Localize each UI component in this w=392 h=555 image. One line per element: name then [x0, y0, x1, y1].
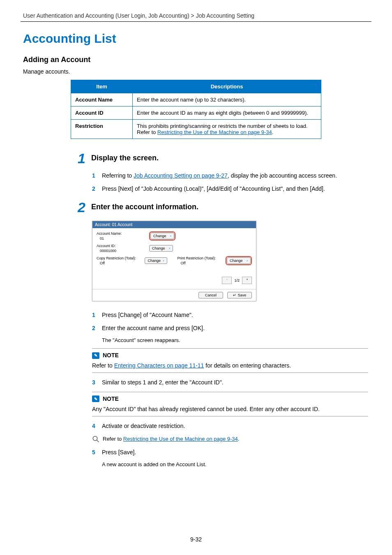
- step-number-2: 2: [74, 200, 85, 214]
- chevron-right-icon: ›: [247, 259, 248, 263]
- note-icon: [92, 352, 99, 359]
- page-number: 9-32: [0, 536, 392, 543]
- table-row: Account ID Enter the account ID as many …: [71, 106, 321, 120]
- chevron-right-icon: ›: [169, 246, 170, 250]
- note-text: Any "Account ID" that has already regist…: [92, 405, 368, 414]
- button-label: Change: [148, 259, 161, 263]
- print-restriction-value: Off: [181, 261, 222, 265]
- chevron-right-icon: ›: [163, 259, 164, 263]
- desc-text-post: .: [272, 129, 274, 135]
- change-print-restriction-button[interactable]: Change ›: [227, 257, 251, 264]
- account-id-value: 00001000: [100, 249, 146, 253]
- cancel-button[interactable]: Cancel: [198, 292, 223, 298]
- button-label: Change: [152, 246, 165, 250]
- enter-icon: ↵: [233, 293, 236, 297]
- substep-text: Press [Change] of "Account Name".: [102, 311, 193, 319]
- table-desc: Enter the account name (up to 32 charact…: [133, 93, 321, 106]
- account-name-value: 01: [100, 236, 146, 240]
- svg-line-1: [97, 440, 99, 442]
- step-label-1: Display the screen.: [91, 151, 159, 162]
- note-text: Refer to Entering Characters on page 11-…: [92, 361, 368, 370]
- substep-text: Similar to steps 1 and 2, enter the "Acc…: [102, 379, 224, 387]
- account-dialog: Account: 01 Account Account Name: 01 Cha…: [92, 221, 256, 301]
- ref-text: Refer to Restricting the Use of the Mach…: [103, 436, 239, 442]
- print-restriction-label: Print Restriction (Total):: [178, 256, 222, 260]
- info-table: Item Descriptions Account Name Enter the…: [71, 80, 321, 139]
- substep-num: 1: [92, 172, 98, 180]
- change-account-name-button[interactable]: Change ›: [150, 233, 174, 239]
- step-number-1: 1: [74, 151, 85, 165]
- substep-num: 4: [92, 422, 98, 430]
- substep-num: 2: [92, 185, 98, 193]
- substep-post: , display the job accounting access scre…: [228, 172, 337, 179]
- breadcrumb: User Authentication and Accounting (User…: [21, 12, 371, 19]
- highlight: Change ›: [226, 256, 252, 265]
- button-label: Change: [230, 259, 243, 263]
- restriction-link[interactable]: Restricting the Use of the Machine on pa…: [157, 129, 272, 135]
- substep-text: Activate or deactivate restriction.: [102, 422, 185, 430]
- change-account-id-button[interactable]: Change ›: [149, 245, 173, 252]
- dialog-titlebar: Account: 01 Account: [92, 221, 256, 228]
- ref-pre: Refer to: [103, 436, 123, 442]
- table-desc: This prohibits printing/scanning or rest…: [133, 120, 321, 139]
- substep-text: Referring to Job Accounting Setting on p…: [102, 172, 337, 180]
- button-label: Change: [153, 234, 166, 238]
- account-name-label: Account Name:: [97, 231, 146, 236]
- page-down-button[interactable]: ˅: [242, 277, 252, 284]
- job-accounting-link[interactable]: Job Accounting Setting on page 9-27: [134, 172, 228, 179]
- substep-num: 5: [92, 449, 98, 457]
- substep-num: 3: [92, 379, 98, 387]
- table-item: Account ID: [71, 106, 133, 120]
- button-label: Save: [238, 293, 247, 297]
- substep-note: The "Account" screen reappears.: [102, 337, 371, 343]
- page-indicator: 1/2: [234, 278, 240, 282]
- svg-point-0: [93, 436, 97, 441]
- magnifier-icon: [92, 435, 99, 443]
- table-header-desc: Descriptions: [133, 80, 321, 93]
- note-box: NOTE Any "Account ID" that has already r…: [92, 392, 368, 416]
- ref-post: .: [238, 436, 240, 442]
- note-pre: Refer to: [92, 362, 114, 369]
- highlight: Change ›: [149, 231, 175, 240]
- substep-num: 2: [92, 324, 98, 333]
- table-item: Restriction: [71, 120, 133, 139]
- page-title: Accounting List: [21, 32, 371, 46]
- note-box: NOTE Refer to Entering Characters on pag…: [92, 348, 368, 373]
- table-row: Account Name Enter the account name (up …: [71, 93, 321, 106]
- table-header-item: Item: [71, 80, 133, 93]
- substep-num: 1: [92, 311, 98, 319]
- substep-text: Press [Next] of "Job Accounting (Local)"…: [102, 185, 325, 193]
- chevron-up-icon: ˄: [226, 278, 228, 283]
- table-row: Restriction This prohibits printing/scan…: [71, 120, 321, 139]
- change-copy-restriction-button[interactable]: Change ›: [145, 257, 167, 264]
- table-item: Account Name: [71, 93, 133, 106]
- table-desc: Enter the account ID as many as eight di…: [133, 106, 321, 120]
- note-label: NOTE: [103, 351, 119, 360]
- substep-pre: Referring to: [102, 172, 134, 179]
- save-button[interactable]: ↵Save: [227, 292, 252, 298]
- account-id-label: Account ID:: [97, 244, 146, 248]
- substep-text: Press [Save].: [102, 449, 136, 457]
- substep-note: A new account is added on the Account Li…: [102, 461, 371, 467]
- page-up-button[interactable]: ˄: [222, 277, 232, 284]
- copy-restriction-value: Off: [100, 261, 141, 265]
- copy-restriction-label: Copy Restriction (Total):: [97, 256, 141, 260]
- substep-text: Enter the account name and press [OK].: [102, 324, 205, 333]
- restricting-use-link[interactable]: Restricting the Use of the Machine on pa…: [123, 436, 238, 442]
- entering-characters-link[interactable]: Entering Characters on page 11-11: [114, 362, 204, 369]
- header-divider: [21, 21, 371, 22]
- intro-text: Manage accounts.: [21, 68, 371, 75]
- note-label: NOTE: [103, 395, 119, 403]
- step-label-2: Enter the account information.: [91, 200, 198, 211]
- chevron-down-icon: ˅: [246, 278, 248, 283]
- chevron-right-icon: ›: [170, 234, 171, 238]
- subtitle: Adding an Account: [21, 56, 371, 64]
- note-post: for details on entering characters.: [204, 362, 291, 369]
- note-icon: [92, 395, 99, 402]
